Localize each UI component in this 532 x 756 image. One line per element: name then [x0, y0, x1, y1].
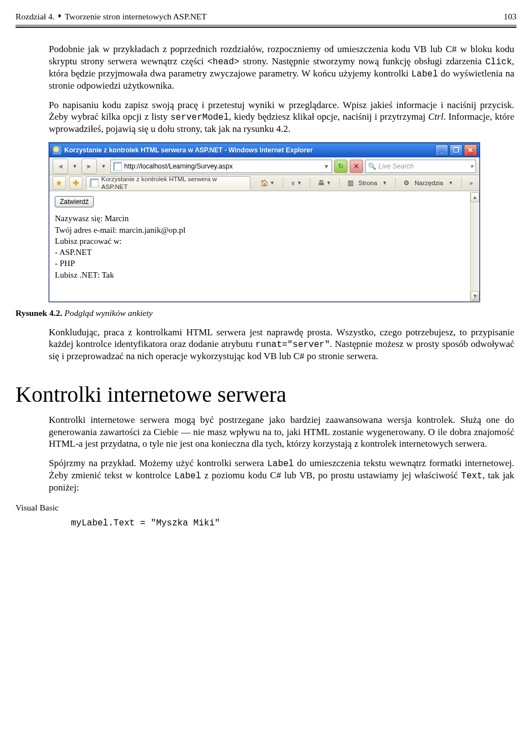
print-icon: 🖶: [318, 179, 325, 187]
output-line: Lubisz .NET: Tak: [55, 269, 474, 280]
home-icon: 🏠: [260, 179, 268, 187]
section-heading: Kontrolki internetowe serwera: [16, 381, 516, 408]
output-line: Lubisz pracować w:: [55, 236, 474, 247]
header-rule-thin: [16, 25, 516, 25]
nav-back-button[interactable]: ◄: [53, 159, 68, 174]
ie-logo-icon: [53, 146, 62, 155]
code-label2: Label: [267, 459, 294, 469]
separator: [339, 178, 340, 188]
diamond-icon: ♦: [58, 12, 62, 20]
address-toolbar: ◄ ▼ ► ▼ http://localhost/Learning/Survey…: [49, 157, 479, 175]
code-runat: runat="server": [255, 340, 330, 350]
feeds-button[interactable]: ∎▼: [288, 176, 305, 190]
code-click: Click: [485, 57, 512, 67]
output-line: Nazywasz się: Marcin: [55, 213, 474, 224]
chapter-title: Tworzenie stron internetowych ASP.NET: [65, 11, 207, 22]
caption-text: Podgląd wyników ankiety: [62, 308, 152, 318]
refresh-button[interactable]: ↻: [334, 160, 347, 173]
page-icon: [113, 162, 122, 171]
code-label1: Label: [411, 69, 438, 79]
language-label: Visual Basic: [16, 502, 516, 513]
page-viewport: Zatwierdź Nazywasz się: Marcin Twój adre…: [49, 191, 479, 302]
page-menu-button[interactable]: ▥ Strona ▼: [344, 176, 391, 190]
stop-icon: ✕: [354, 162, 359, 171]
separator: [461, 178, 462, 188]
code-sample: myLabel.Text = "Myszka Miki": [71, 518, 516, 529]
stop-button[interactable]: ✕: [350, 160, 363, 173]
chevron-down-icon: ▼: [270, 180, 275, 186]
print-button[interactable]: 🖶▼: [315, 176, 335, 190]
paragraph-3: Konkludując, praca z kontrolkami HTML se…: [49, 326, 514, 362]
browser-window: Korzystanie z kontrolek HTML serwera w A…: [49, 142, 480, 302]
chevron-down-icon: ▼: [73, 164, 78, 170]
running-header: Rozdział 4. ♦ Tworzenie stron internetow…: [16, 11, 516, 22]
header-rule-thick: [16, 27, 516, 28]
code-head: <head>: [207, 57, 239, 67]
search-dropdown-icon[interactable]: ▾: [470, 162, 473, 171]
paragraph-2: Po napisaniu kodu zapisz swoją pracę i p…: [49, 99, 514, 135]
tab-toolbar: ★ ✚ Korzystanie z kontrolek HTML serwera…: [49, 175, 479, 191]
chevron-down-icon: ▼: [297, 180, 302, 186]
italic-ctrl: Ctrl: [428, 111, 443, 122]
window-title: Korzystanie z kontrolek HTML serwera w A…: [64, 146, 435, 155]
gear-icon: ⚙: [403, 179, 410, 187]
separator: [310, 178, 310, 188]
page-icon: [90, 178, 99, 187]
search-box[interactable]: 🔍 Live Search ▾: [365, 160, 476, 173]
favorites-button[interactable]: ★: [53, 176, 66, 190]
star-icon: ★: [55, 178, 63, 188]
vertical-scrollbar[interactable]: ▲ ▼: [470, 192, 479, 302]
scroll-up-icon[interactable]: ▲: [470, 192, 479, 202]
maximize-button[interactable]: ❐: [449, 144, 463, 156]
separator: [395, 178, 396, 188]
add-favorites-button[interactable]: ✚: [69, 176, 83, 190]
page-icon: ▥: [347, 179, 354, 187]
tools-menu-label: Narzędzia: [415, 179, 443, 187]
output-line: - ASP.NET: [55, 247, 474, 258]
paragraph-1: Podobnie jak w przykładach z poprzednich…: [49, 43, 514, 91]
search-placeholder: Live Search: [378, 162, 413, 171]
code-label3: Label: [175, 471, 201, 481]
address-bar[interactable]: http://localhost/Learning/Survey.aspx ▾: [110, 160, 332, 173]
code-text: Text: [461, 471, 482, 481]
arrow-right-icon: ►: [86, 162, 93, 171]
chevron-down-icon: ▼: [326, 180, 331, 186]
close-button[interactable]: ✕: [464, 144, 477, 156]
search-icon: 🔍: [368, 162, 376, 171]
chevron-down-icon: ▼: [382, 180, 387, 186]
toolbar-overflow-button[interactable]: »: [466, 176, 476, 190]
tools-menu-button[interactable]: ⚙ Narzędzia ▼: [400, 176, 457, 190]
paragraph-5: Spójrzmy na przykład. Możemy użyć kontro…: [49, 457, 514, 493]
result-output: Nazywasz się: Marcin Twój adres e-mail: …: [55, 213, 474, 280]
chevron-down-icon: ▼: [101, 164, 106, 170]
page-number: 103: [504, 11, 516, 22]
home-button[interactable]: 🏠▼: [257, 176, 278, 190]
output-line: - PHP: [55, 258, 474, 269]
nav-back-dropdown[interactable]: ▼: [70, 159, 79, 173]
submit-button[interactable]: Zatwierdź: [55, 196, 94, 207]
resize-grip-icon[interactable]: [470, 293, 478, 300]
separator: [283, 178, 283, 188]
nav-forward-button[interactable]: ►: [81, 159, 97, 174]
chevron-down-icon: ▼: [448, 180, 453, 186]
title-bar: Korzystanie z kontrolek HTML serwera w A…: [49, 143, 479, 157]
figure-caption: Rysunek 4.2. Podgląd wyników ankiety: [16, 308, 516, 318]
rss-icon: ∎: [291, 179, 295, 187]
minimize-button[interactable]: _: [435, 144, 448, 156]
page-menu-label: Strona: [359, 179, 377, 187]
paragraph-4: Kontrolki internetowe serwera mogą być p…: [49, 414, 514, 449]
refresh-icon: ↻: [338, 162, 344, 171]
browser-tab[interactable]: Korzystanie z kontrolek HTML serwera w A…: [86, 176, 250, 190]
output-line: Twój adres e-mail: marcin.janik@op.pl: [55, 224, 474, 236]
star-plus-icon: ✚: [73, 178, 79, 188]
chapter-label: Rozdział 4.: [16, 11, 55, 22]
url-text: http://localhost/Learning/Survey.aspx: [124, 162, 321, 171]
nav-fwd-dropdown[interactable]: ▼: [99, 159, 108, 173]
chevron-right-icon: »: [469, 180, 473, 187]
arrow-left-icon: ◄: [57, 162, 64, 171]
code-servermodel: serverModel: [170, 113, 229, 122]
address-dropdown-icon[interactable]: ▾: [324, 162, 329, 171]
tab-label: Korzystanie z kontrolek HTML serwera w A…: [101, 175, 244, 191]
caption-number: Rysunek 4.2.: [16, 308, 62, 318]
